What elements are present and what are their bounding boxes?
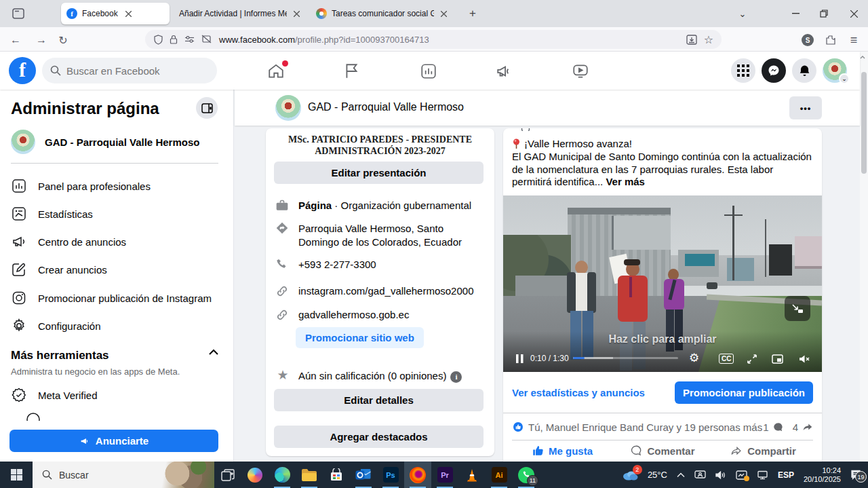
tab-list-chevron-icon[interactable]: ⌄ <box>731 0 754 27</box>
promote-post-button[interactable]: Promocionar publicación <box>675 381 813 404</box>
see-more-link[interactable]: Ver más <box>606 176 645 187</box>
vlc-icon[interactable] <box>458 462 486 488</box>
autoplay-blocked-icon[interactable] <box>201 35 212 44</box>
facebook-search[interactable] <box>42 58 217 83</box>
notification-center-icon[interactable]: 19 <box>850 470 861 480</box>
like-button[interactable]: Me gusta <box>512 440 612 461</box>
url-text[interactable]: www.facebook.com/profile.php?id=10009370… <box>219 35 429 45</box>
whatsapp-icon[interactable]: 11 <box>513 462 540 488</box>
more-tools-collapse-icon[interactable] <box>209 349 218 355</box>
pip-corner-button[interactable] <box>785 296 810 321</box>
clock[interactable]: 10:24 20/10/2025 <box>804 466 841 484</box>
pip-icon[interactable] <box>772 354 783 364</box>
sidebar-item-configuracion[interactable]: Configuración <box>11 314 223 338</box>
pause-icon[interactable] <box>516 354 524 363</box>
notifications-bell-icon[interactable] <box>792 58 816 83</box>
fullscreen-icon[interactable] <box>747 354 757 364</box>
video-icon[interactable] <box>572 62 591 80</box>
network-tray-icon[interactable] <box>757 470 768 480</box>
info-icon[interactable]: i <box>450 371 462 383</box>
snipping-tray-icon[interactable] <box>736 470 747 480</box>
sidebar-item-centro-anuncios[interactable]: Centro de anuncios <box>11 229 223 254</box>
ads-megaphone-icon[interactable] <box>496 62 515 80</box>
edit-details-button[interactable]: Editar detalles <box>274 389 484 411</box>
profile-avatar[interactable]: ⌄ <box>823 58 847 83</box>
comments-count[interactable]: 1 <box>763 421 768 433</box>
shares-count[interactable]: 4 <box>793 421 798 433</box>
tab-tareas[interactable]: Tareas comunicador social GAD <box>311 3 454 24</box>
insights-icon[interactable] <box>420 62 439 80</box>
window-close-button[interactable] <box>842 0 865 27</box>
like-reaction-icon[interactable] <box>512 421 524 433</box>
website-link-row[interactable]: gadvallehermoso.gob.ec <box>275 309 486 323</box>
taskbar-search[interactable]: Buscar <box>33 462 214 488</box>
sidebar-current-page[interactable]: GAD - Parroquial Valle Hermoso <box>11 129 223 155</box>
search-input[interactable] <box>66 65 202 77</box>
window-restore-button[interactable] <box>812 0 835 27</box>
address-field[interactable]: www.facebook.com/profile.php?id=10009370… <box>145 30 722 49</box>
home-icon[interactable] <box>267 62 286 80</box>
extension-s-badge[interactable]: S <box>799 31 816 49</box>
comment-button[interactable]: Comentar <box>612 440 713 461</box>
edge-icon[interactable] <box>269 462 296 488</box>
teams-tray-icon[interactable] <box>694 470 706 480</box>
tab-informes[interactable]: Añadir Actividad | Informes Mensua <box>174 3 307 24</box>
tab-facebook[interactable]: f Facebook <box>61 3 170 24</box>
share-button[interactable]: Compartir <box>713 440 813 461</box>
file-explorer-icon[interactable] <box>296 462 323 488</box>
premiere-icon[interactable]: Pr <box>431 462 458 488</box>
add-featured-button[interactable]: Agregar destacados <box>274 426 484 448</box>
shield-icon[interactable] <box>154 35 163 45</box>
messenger-icon[interactable] <box>762 58 786 83</box>
post-video[interactable]: Haz clic para ampliar 0:10 / 1:30 ⚙ CC <box>503 195 822 372</box>
temperature-label[interactable]: 25°C <box>648 470 667 480</box>
photoshop-icon[interactable]: Ps <box>377 462 404 488</box>
facebook-logo[interactable]: f <box>9 57 36 84</box>
page-more-options-button[interactable]: ••• <box>789 96 822 119</box>
menu-hamburger-icon[interactable]: ≡ <box>845 31 863 49</box>
instagram-link-row[interactable]: instagram.com/gad_vallehermoso2000 <box>275 285 486 299</box>
apps-grid-icon[interactable] <box>731 58 755 83</box>
extensions-puzzle-icon[interactable] <box>822 31 840 49</box>
copilot-icon[interactable] <box>241 462 269 488</box>
task-view-icon[interactable] <box>214 462 241 488</box>
closed-captions-button[interactable]: CC <box>719 354 734 364</box>
lock-icon[interactable] <box>170 35 178 44</box>
window-minimize-button[interactable] <box>784 0 807 27</box>
sidebar-item-panel-profesionales[interactable]: Panel para profesionales <box>11 174 223 198</box>
microsoft-store-icon[interactable] <box>323 462 350 488</box>
forward-icon[interactable]: → <box>33 31 50 49</box>
bookmark-star-icon[interactable]: ☆ <box>704 33 713 46</box>
view-stats-link[interactable]: Ver estadísticas y anuncios <box>512 387 645 398</box>
tray-chevron-icon[interactable] <box>677 472 685 478</box>
new-tab-button[interactable]: + <box>461 0 484 27</box>
weather-icon[interactable]: 2 <box>622 469 638 481</box>
search-highlight-image[interactable] <box>161 462 214 488</box>
volume-tray-icon[interactable] <box>715 470 726 480</box>
firefox-view-icon[interactable] <box>7 5 30 22</box>
reload-icon[interactable]: ↻ <box>54 31 72 49</box>
volume-muted-icon[interactable] <box>799 354 810 364</box>
permissions-icon[interactable] <box>184 35 195 43</box>
back-icon[interactable]: ← <box>7 31 24 49</box>
tab-close-icon[interactable] <box>439 8 449 19</box>
promote-website-button[interactable]: Promocionar sitio web <box>296 327 424 348</box>
page-avatar[interactable] <box>275 95 301 121</box>
edit-presentation-button[interactable]: Editar presentación <box>274 162 484 184</box>
save-page-icon[interactable] <box>686 35 697 45</box>
page-scrollbar[interactable] <box>860 52 868 462</box>
outlook-icon[interactable] <box>350 462 377 488</box>
sidebar-collapse-button[interactable] <box>196 97 218 119</box>
sidebar-item-meta-verified[interactable]: Meta Verified <box>11 383 223 407</box>
advertise-button[interactable]: Anunciarte <box>9 430 218 452</box>
sidebar-item-instagram[interactable]: Promocionar publicación de Instagram <box>11 286 223 310</box>
scroll-up-arrow[interactable] <box>860 56 868 59</box>
start-button[interactable] <box>0 462 33 488</box>
scrollbar-thumb[interactable] <box>861 72 867 174</box>
sidebar-item-estadisticas[interactable]: Estadísticas <box>11 202 223 226</box>
tab-close-icon[interactable] <box>123 8 134 19</box>
pages-flag-icon[interactable] <box>343 62 362 80</box>
firefox-icon[interactable] <box>404 462 431 488</box>
sidebar-item-crear-anuncios[interactable]: Crear anuncios <box>11 257 223 282</box>
reactions-names[interactable]: Tú, Manuel Enrique Band Curay y 19 perso… <box>528 421 762 433</box>
